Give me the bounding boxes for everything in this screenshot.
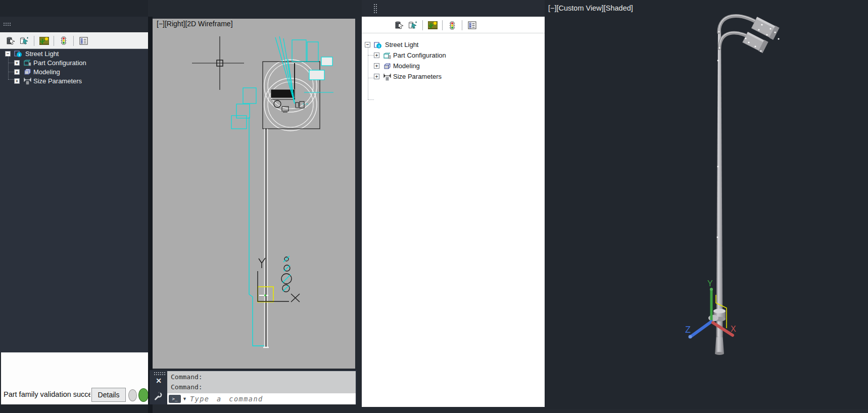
shaded-model: Y Z X — [545, 0, 868, 409]
tree-connector — [368, 99, 374, 100]
part-builder-palette-right: − i Street Light + Part Configuration + — [362, 0, 545, 407]
toolbar-separator — [73, 36, 74, 46]
command-history-line: Command: — [171, 382, 356, 392]
command-input[interactable] — [190, 395, 356, 403]
preview-part-icon[interactable] — [39, 36, 49, 45]
luminaire-arms-3d — [717, 15, 780, 238]
command-history-line: Command: — [171, 372, 356, 382]
expand-box-icon[interactable]: + — [374, 74, 379, 79]
svg-text:i: i — [19, 53, 20, 57]
preview-part-icon[interactable] — [427, 21, 438, 30]
point-markers — [281, 256, 292, 292]
tree-item-label[interactable]: Size Parameters — [33, 77, 82, 85]
command-dock-strip: ✕ — [150, 370, 167, 404]
part-family-tree: − i Street Light + Part Configuration + — [362, 39, 545, 110]
svg-text:i: i — [378, 44, 379, 48]
expand-box-icon[interactable]: + — [14, 60, 20, 66]
size-parameters-icon — [383, 73, 392, 81]
profile-polyline — [249, 117, 264, 346]
validate-part-icon[interactable] — [447, 21, 457, 30]
status-bar: Part family validation succes Details — [1, 388, 148, 403]
toolbar-separator — [54, 36, 54, 46]
validate-part-icon[interactable] — [59, 36, 69, 45]
grip-points — [717, 24, 780, 238]
tree-item-size-parameters[interactable]: + Size Parameters — [362, 71, 545, 82]
tree-item-label[interactable]: Size Parameters — [393, 73, 442, 80]
wrench-icon[interactable] — [154, 391, 163, 401]
chevron-down-icon[interactable]: ▼ — [182, 396, 187, 401]
selection-highlight — [258, 287, 273, 302]
viewport-2d-label[interactable]: [−][Right][2D Wireframe] — [157, 20, 233, 28]
tree-item-label[interactable]: Street Light — [25, 50, 59, 58]
close-icon[interactable]: ✕ — [154, 376, 163, 385]
palette-grip[interactable] — [3, 22, 11, 27]
toolbar-separator — [442, 20, 443, 30]
collapse-box-icon[interactable]: − — [365, 42, 370, 47]
tree-item-label[interactable]: Street Light — [385, 41, 419, 48]
command-history[interactable]: Command: Command: — [167, 371, 356, 393]
modeling-icon — [383, 62, 392, 70]
y-axis-label: Y — [707, 279, 713, 288]
part-options-icon[interactable] — [78, 36, 88, 45]
tree-item-size-parameters[interactable]: + Size Parameters — [0, 76, 148, 85]
part-builder-palette-left: − i Street Light + Part Configuration + — [0, 0, 148, 413]
panel-divider[interactable] — [148, 17, 153, 413]
part-family-icon: i — [373, 41, 382, 49]
fixture-head-wireframe — [231, 36, 333, 131]
viewport-3d[interactable]: [−][Custom View][Shaded] — [545, 0, 868, 409]
small-symbols — [282, 101, 304, 112]
tree-item-label[interactable]: Modeling — [33, 68, 60, 76]
toolbar-separator — [34, 36, 34, 46]
tree-item-street-light[interactable]: − i Street Light — [362, 39, 545, 50]
ucs-gizmo-3d: Y Z X — [685, 279, 736, 339]
command-dock-grip[interactable] — [154, 372, 166, 375]
tree-item-label[interactable]: Part Configuration — [393, 51, 446, 59]
palette-toolbar — [362, 18, 545, 33]
tree-item-street-light[interactable]: − i Street Light — [0, 49, 148, 58]
palette-grip[interactable] — [373, 4, 377, 14]
expand-box-icon[interactable]: + — [14, 78, 20, 84]
tree-item-part-configuration[interactable]: + Part Configuration — [362, 50, 545, 61]
validation-indicator-idle — [128, 389, 137, 401]
validation-message: Part family validation succes — [4, 390, 90, 401]
save-part-family-icon[interactable] — [395, 21, 405, 30]
part-options-icon[interactable] — [467, 21, 477, 30]
open-part-family-icon[interactable] — [19, 36, 29, 45]
open-part-family-icon[interactable] — [408, 21, 418, 30]
tree-item-modeling[interactable]: + Modeling — [0, 67, 148, 76]
viewport-2d[interactable]: [−][Right][2D Wireframe] — [153, 19, 355, 369]
validation-indicator-ok — [138, 388, 149, 402]
tree-item-label[interactable]: Part Configuration — [33, 59, 86, 67]
toolbar-separator — [462, 20, 462, 30]
palette-toolbar — [0, 32, 148, 49]
z-axis-label: Z — [685, 325, 691, 335]
validation-status-panel: Part family validation succes Details — [1, 352, 148, 404]
size-parameters-icon — [23, 77, 32, 85]
collapse-box-icon[interactable]: − — [5, 51, 11, 57]
command-line-dock: ✕ Command: Command: >_ ▼ — [150, 370, 357, 404]
viewport-3d-label[interactable]: [−][Custom View][Shaded] — [548, 4, 633, 12]
modeling-icon — [23, 68, 32, 76]
pole-wireframe — [263, 129, 269, 347]
part-configuration-icon — [383, 51, 392, 60]
expand-box-icon[interactable]: + — [14, 69, 20, 75]
command-input-row: >_ ▼ — [167, 393, 356, 404]
x-axis-label: X — [731, 325, 736, 333]
part-configuration-icon — [23, 59, 32, 67]
command-prompt-icon: >_ — [169, 395, 181, 403]
tree-item-part-configuration[interactable]: + Part Configuration — [0, 58, 148, 67]
tree-item-modeling[interactable]: + Modeling — [362, 61, 545, 71]
crosshair-cursor — [192, 36, 244, 90]
expand-box-icon[interactable]: + — [374, 63, 379, 69]
toolbar-separator — [422, 20, 423, 30]
expand-box-icon[interactable]: + — [374, 53, 379, 58]
part-family-tree: − i Street Light + Part Configuration + — [0, 49, 148, 352]
part-family-icon: i — [14, 49, 22, 58]
wireframe-drawing: Y X — [153, 19, 355, 369]
save-part-family-icon[interactable] — [6, 36, 16, 45]
palette-titlebar[interactable] — [0, 17, 148, 32]
palette-body: − i Street Light + Part Configuration + — [362, 17, 545, 407]
tree-item-label[interactable]: Modeling — [393, 62, 420, 70]
details-button[interactable]: Details — [91, 388, 126, 402]
